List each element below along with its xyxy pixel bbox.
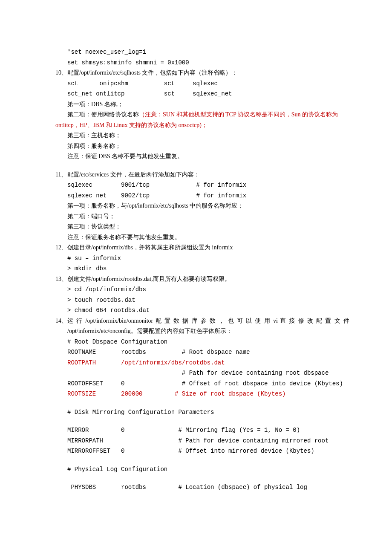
code-line: *set noexec_user_log=1 — [55, 47, 349, 58]
spacer — [55, 399, 349, 407]
section-10: 10、 配置/opt/informix/etc/sqlhosts 文件，包括如下… — [55, 68, 349, 78]
config-line: PHYSDBS rootdbs # Location (dbspace) of … — [55, 482, 349, 493]
config-line: ROOTNAME rootdbs # Root dbspace name — [55, 347, 349, 358]
text-span-red: ontlitcp，HP、IBM 和 Linux 支持的协议名称为 onsoctc… — [55, 120, 349, 131]
section-11: 11、 配置/etc/services 文件，在最后两行添加如下内容： — [55, 170, 349, 180]
text-line: /opt/informix/etc/onconfig。需要配置的内容如下红色字体… — [55, 326, 349, 337]
document-page: *set noexec_user_log=1 set shmsys:shminf… — [0, 0, 392, 518]
code-line: > chmod 664 rootdbs.dat — [55, 305, 349, 316]
text-line: 注意：保证 DBS 名称不要与其他发生重复。 — [55, 151, 349, 162]
code-line: > cd /opt/informix/dbs — [55, 284, 349, 295]
spacer — [55, 457, 349, 464]
text-line: 第三项：协议类型； — [55, 222, 349, 232]
config-comment: # Disk Mirroring Configuration Parameter… — [55, 407, 349, 418]
section-12: 12、 创建目录/opt/informix/dbs，并将其属主和所属组设置为 i… — [55, 243, 349, 253]
section-14: 14、 运 行 /opt/informix/bin/onmonitor 配 置 … — [55, 316, 349, 327]
config-comment: # Physical Log Configuration — [55, 464, 349, 475]
config-line: ROOTOFFSET 0 # Offset of root dbspace in… — [55, 379, 349, 389]
section-number: 12、 — [55, 243, 67, 253]
section-title: 配置/etc/services 文件，在最后两行添加如下内容： — [67, 170, 349, 180]
config-line: MIRRORPATH # Path for device containing … — [55, 436, 349, 446]
code-line: sqlexec_net 9002/tcp # for informix — [55, 191, 349, 201]
section-number: 14、 — [55, 316, 67, 327]
text-line: 第一项：服务名称，与/opt/informix/etc/sqlhosts 中的服… — [55, 201, 349, 211]
text-span: 第二项：使用网络协议名称 — [67, 111, 139, 118]
code-line: > touch rootdbs.dat — [55, 295, 349, 306]
section-number: 10、 — [55, 68, 67, 78]
text-line: 注意：保证服务名称不要与其他发生重复。 — [55, 232, 349, 243]
section-title: 创建目录/opt/informix/dbs，并将其属主和所属组设置为 infor… — [67, 243, 349, 253]
text-span-red: （注意：SUN 和其他机型支持的 TCP 协议名称是不同的，Sun 的协议名称为 — [139, 111, 338, 118]
section-title: 运 行 /opt/informix/bin/onmonitor 配 置 数 据 … — [67, 316, 349, 327]
code-line: sct_net ontlitcp sct sqlexec_net — [55, 89, 349, 99]
code-line: # su – informix — [55, 253, 349, 264]
code-line: sct onipcshm sct sqlexec — [55, 78, 349, 89]
text-line: 第二项：端口号； — [55, 211, 349, 222]
section-number: 13、 — [55, 274, 67, 285]
code-line: set shmsys:shminfo_shmmni = 0x1000 — [55, 58, 349, 68]
section-title: 创建文件/opt/informix/rootdbs.dat,而且所有人都要有读写… — [67, 274, 349, 285]
config-line: # Path for device containing root dbspac… — [55, 368, 349, 379]
config-comment: # Root Dbspace Configuration — [55, 337, 349, 347]
config-line-red: ROOTSIZE 200000 # Size of root dbspace (… — [55, 389, 349, 399]
spacer — [55, 417, 349, 425]
config-line-red: ROOTPATH /opt/informix/dbs/rootdbs.dat — [55, 358, 349, 368]
text-line: 第三项：主机名称； — [55, 130, 349, 141]
text-line: 第二项：使用网络协议名称（注意：SUN 和其他机型支持的 TCP 协议名称是不同… — [55, 110, 349, 120]
text-line: 第一项：DBS 名称,； — [55, 99, 349, 110]
spacer — [55, 162, 349, 170]
config-line: MIRROR 0 # Mirroring flag (Yes = 1, No =… — [55, 425, 349, 436]
spacer — [55, 474, 349, 482]
section-13: 13、 创建文件/opt/informix/rootdbs.dat,而且所有人都… — [55, 274, 349, 285]
code-line: sqlexec 9001/tcp # for informix — [55, 180, 349, 191]
text-line: 第四项：服务名称； — [55, 141, 349, 152]
section-title: 配置/opt/informix/etc/sqlhosts 文件，包括如下内容（注… — [67, 68, 349, 78]
code-line: > mkdir dbs — [55, 263, 349, 274]
config-line: MIRROROFFSET 0 # Offset into mirrored de… — [55, 446, 349, 457]
section-number: 11、 — [55, 170, 67, 180]
